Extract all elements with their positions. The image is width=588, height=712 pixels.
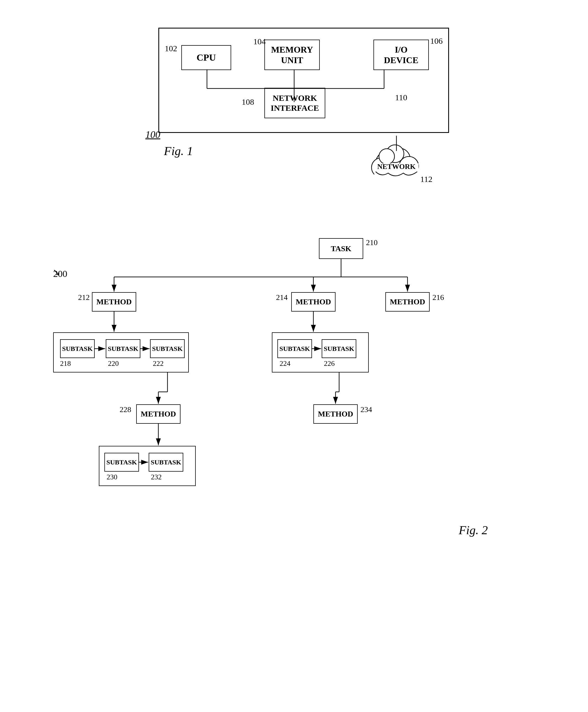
ref-218: 218 bbox=[60, 360, 71, 368]
ref-226: 226 bbox=[324, 360, 335, 368]
io-label: I/ODEVICE bbox=[384, 44, 418, 66]
subtask-220-box: SUBTASK bbox=[106, 339, 140, 358]
method-216-label: METHOD bbox=[390, 298, 425, 306]
ref-232: 232 bbox=[151, 473, 162, 481]
fig2-caption: Fig. 2 bbox=[459, 523, 488, 537]
network-interface-box: NETWORKINTERFACE bbox=[265, 88, 325, 118]
svg-point-11 bbox=[379, 149, 395, 164]
method-216-box: METHOD bbox=[385, 292, 429, 311]
cpu-box: CPU bbox=[181, 45, 231, 70]
ref-224: 224 bbox=[279, 360, 290, 368]
subtask-220-label: SUBTASK bbox=[108, 345, 138, 352]
subtask-226-box: SUBTASK bbox=[322, 339, 356, 358]
ref-234: 234 bbox=[360, 405, 372, 414]
ref-230: 230 bbox=[107, 473, 118, 481]
ref-210: 210 bbox=[366, 238, 378, 247]
fig1-caption: Fig. 1 bbox=[164, 144, 193, 158]
task-label: TASK bbox=[331, 244, 351, 253]
subtask-226-label: SUBTASK bbox=[323, 345, 354, 352]
subtask-218-box: SUBTASK bbox=[60, 339, 95, 358]
subtask-222-box: SUBTASK bbox=[150, 339, 185, 358]
ref-212: 212 bbox=[78, 293, 90, 302]
ref-106: 106 bbox=[430, 36, 443, 46]
ref-216: 216 bbox=[433, 293, 444, 302]
task-box: TASK bbox=[319, 238, 363, 259]
method-214-label: METHOD bbox=[296, 298, 331, 306]
subtask-224-label: SUBTASK bbox=[279, 345, 310, 352]
method-214-box: METHOD bbox=[291, 292, 336, 311]
method-212-box: METHOD bbox=[92, 292, 136, 311]
cloud-svg: NETWORK bbox=[366, 136, 427, 183]
memory-label: MEMORYUNIT bbox=[271, 44, 313, 66]
ref-108: 108 bbox=[242, 97, 254, 107]
ref-102: 102 bbox=[165, 44, 177, 53]
ref-112: 112 bbox=[420, 175, 433, 184]
ref-222: 222 bbox=[153, 360, 164, 368]
network-interface-label: NETWORKINTERFACE bbox=[271, 93, 319, 113]
method-234-label: METHOD bbox=[318, 410, 353, 419]
ref-220: 220 bbox=[108, 360, 119, 368]
io-box: I/ODEVICE bbox=[374, 40, 429, 70]
network-cloud: NETWORK 112 bbox=[366, 136, 427, 183]
method-212-label: METHOD bbox=[96, 298, 132, 306]
ref-label-100: 100 bbox=[145, 129, 160, 140]
ref-228: 228 bbox=[120, 405, 131, 414]
subtask-232-label: SUBTASK bbox=[151, 459, 181, 466]
subtask-230-label: SUBTASK bbox=[106, 459, 137, 466]
ref-214: 214 bbox=[276, 293, 288, 302]
subtask-218-label: SUBTASK bbox=[62, 345, 92, 352]
method-234-box: METHOD bbox=[313, 404, 358, 424]
subtask-232-box: SUBTASK bbox=[149, 453, 183, 472]
ref-104: 104 bbox=[253, 37, 266, 46]
method-228-box: METHOD bbox=[136, 404, 181, 424]
memory-box: MEMORYUNIT bbox=[265, 40, 320, 70]
svg-text:NETWORK: NETWORK bbox=[377, 163, 416, 170]
arrow-200: ↘ bbox=[52, 266, 60, 278]
cpu-label: CPU bbox=[196, 52, 216, 63]
subtask-230-box: SUBTASK bbox=[104, 453, 139, 472]
subtask-224-box: SUBTASK bbox=[277, 339, 312, 358]
ref-110: 110 bbox=[395, 93, 407, 102]
method-228-label: METHOD bbox=[141, 410, 176, 419]
subtask-222-label: SUBTASK bbox=[152, 345, 183, 352]
